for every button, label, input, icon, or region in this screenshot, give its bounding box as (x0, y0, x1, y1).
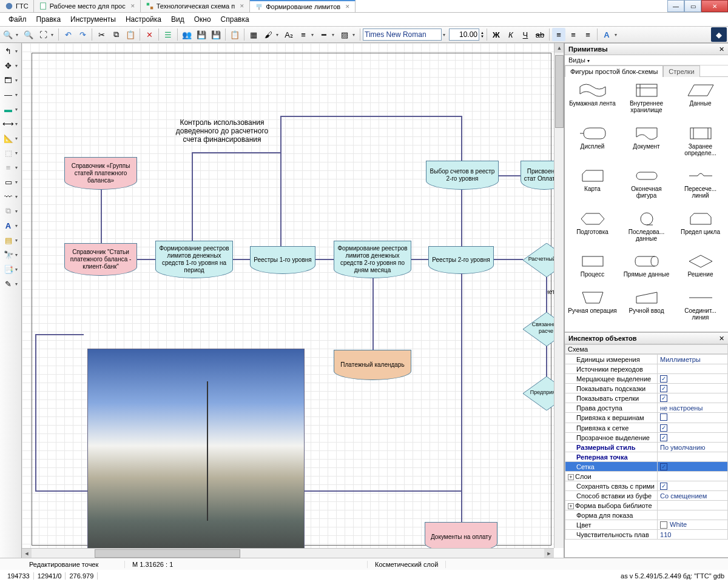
zoom-in-icon[interactable]: 🔍 (1, 28, 15, 41)
undo-icon[interactable]: ↶ (61, 28, 75, 41)
inspector-key[interactable]: Мерцающее выделение (565, 374, 658, 384)
dropdown-icon[interactable]: ▾ (15, 92, 20, 98)
dropdown-icon[interactable]: ▾ (15, 209, 20, 214)
inspector-value[interactable]: 110 (658, 530, 728, 540)
scroll-up-icon[interactable]: ▲ (554, 43, 564, 53)
shape-preparation[interactable]: Подготовка (566, 209, 619, 250)
dropdown-icon[interactable]: ▾ (15, 223, 20, 229)
copyshape-icon[interactable]: ⧉ (2, 204, 15, 218)
shape-crossing[interactable]: Пересече... линий (674, 166, 727, 207)
shape-display[interactable]: Дисплей (566, 124, 619, 164)
inspector-key[interactable]: Права доступа (565, 403, 658, 413)
inspector-key[interactable]: Сетка (565, 462, 658, 472)
inspector-value[interactable]: White (658, 520, 728, 530)
menu-window[interactable]: Окно (189, 14, 216, 25)
shape-manual-op[interactable]: Ручная операция (566, 288, 619, 329)
inspector-value[interactable]: По умолчанию (658, 443, 728, 452)
strike-icon[interactable]: ab (533, 28, 547, 41)
shape-sequential[interactable]: Последова... данные (620, 209, 673, 250)
inspector-key[interactable]: Привязка к вершинам (565, 413, 658, 423)
embedded-image[interactable] (87, 349, 305, 558)
inspector-key[interactable]: Цвет (565, 520, 658, 530)
clipboard-icon[interactable]: 📋 (228, 28, 241, 41)
shape-ref-groups[interactable]: Справочник «Группы статей платежного бал… (64, 157, 137, 190)
logo-icon[interactable]: ◆ (711, 27, 727, 42)
layers-icon[interactable]: ▤ (2, 233, 15, 247)
shape-form-2lvl[interactable]: Формирование реестров лимитов денежных с… (334, 241, 411, 278)
close-icon[interactable]: ✕ (240, 3, 244, 9)
shape-internal-storage[interactable]: Внутреннее хранилище (620, 81, 673, 121)
diagram-canvas[interactable]: Контроль использования доведенного до ра… (22, 43, 554, 548)
save-icon[interactable]: 💾 (195, 28, 208, 41)
dropdown-icon[interactable]: ▾ (15, 281, 20, 287)
inspector-value[interactable] (658, 510, 728, 520)
inspector-value[interactable]: Со смещением (658, 491, 728, 501)
inspector-value[interactable]: не настроены (658, 403, 728, 413)
shape-connector-line[interactable]: Соединит... линия (674, 288, 727, 329)
machine-icon[interactable]: 🗔 (2, 73, 15, 87)
shape-tape[interactable]: Бумажная лента (566, 81, 619, 121)
inspector-key[interactable]: Показывать стрелки (565, 393, 658, 403)
dropdown-icon[interactable]: ▾ (15, 121, 20, 127)
inspector-key[interactable]: Размерный стиль (565, 443, 658, 452)
dropdown-icon[interactable]: ▾ (15, 48, 20, 54)
green-icon[interactable]: ▬ (2, 102, 15, 116)
dropdown-icon[interactable]: ▾ (15, 78, 20, 83)
inspector-key[interactable]: Прозрачное выделение (565, 433, 658, 443)
inspector-key[interactable]: Чувствительность плав (565, 530, 658, 540)
close-icon[interactable]: ✕ (719, 45, 724, 53)
binoculars-icon[interactable]: 🔭 (2, 248, 15, 261)
dropdown-icon[interactable]: ▾ (276, 32, 281, 38)
inspector-value[interactable] (658, 462, 728, 472)
shape-document[interactable]: Документ (620, 124, 673, 164)
inspector-value[interactable] (658, 481, 728, 491)
pointer-icon[interactable]: ↰ (2, 44, 15, 58)
tab-limits[interactable]: Формирование лимитов✕ (250, 0, 356, 12)
italic-icon[interactable]: К (504, 28, 517, 41)
inspector-key[interactable]: Реперная точка (565, 452, 658, 462)
shape-predefined[interactable]: Заранее определе... (674, 124, 727, 164)
dropdown-icon[interactable]: ▾ (15, 194, 20, 199)
inspector-value[interactable] (658, 393, 728, 403)
shape-data[interactable]: Данные (674, 81, 727, 121)
shape-card[interactable]: Карта (566, 166, 619, 207)
dimension-icon[interactable]: ⟷ (2, 117, 15, 130)
shape-reg-1lvl[interactable]: Реестры 1-го уровня (250, 246, 315, 274)
inspector-key[interactable]: Единицы измерения (565, 355, 658, 364)
dropdown-icon[interactable]: ▾ (332, 32, 337, 38)
inspector-root[interactable]: Схема (565, 344, 728, 354)
dropdown-icon[interactable]: ▾ (15, 179, 20, 185)
inspector-value[interactable] (658, 413, 728, 423)
cut-icon[interactable]: ✂ (95, 28, 108, 41)
align-icon[interactable]: ≡ (2, 161, 15, 174)
shape-direct-data[interactable]: Прямые данные (620, 252, 673, 286)
tab-flowshapes[interactable]: Фигуры простой блок-схемы (565, 65, 663, 77)
dropdown-icon[interactable]: ▾ (51, 32, 56, 38)
fit-icon[interactable]: ⛶ (36, 28, 50, 41)
spinner-down[interactable]: ▼ (480, 35, 484, 38)
dropdown-icon[interactable]: ▾ (15, 238, 20, 243)
shape-ref-articles[interactable]: Справочник "Статьи платежного баланса - … (64, 243, 137, 276)
snap-icon[interactable]: ⬚ (2, 146, 15, 159)
window-close[interactable]: ✕ (701, 0, 728, 12)
scroll-thumb[interactable] (95, 549, 240, 558)
scroll-left-icon[interactable]: ◄ (22, 549, 32, 558)
grid-icon[interactable]: ▦ (247, 28, 260, 41)
dropdown-icon[interactable]: ▾ (15, 267, 20, 272)
hatching-icon[interactable]: ▨ (338, 28, 351, 41)
tab-workspace[interactable]: Рабочее место для прос✕ (34, 0, 141, 12)
inspector-value[interactable] (658, 452, 728, 462)
align-right-icon[interactable]: ≡ (581, 28, 595, 41)
horizontal-scrollbar[interactable]: ◄ ► (22, 548, 554, 558)
polyline-icon[interactable]: 〰 (2, 190, 15, 203)
rect-icon[interactable]: ▭ (2, 175, 15, 189)
inspector-key[interactable]: Сохранять связь с прими (565, 481, 658, 491)
dropdown-icon[interactable]: ▾ (15, 107, 20, 112)
shape-select-accounts[interactable]: Выбор счетов в реестр 2-го уровня (426, 161, 499, 190)
inspector-grid[interactable]: Единицы измеренияМиллиметрыИсточники пер… (565, 354, 728, 557)
dropdown-icon[interactable]: ▾ (15, 150, 20, 156)
list-icon[interactable]: ☰ (161, 28, 175, 41)
shape-decision[interactable]: Решение (674, 252, 727, 286)
lineweight-icon[interactable]: ━ (317, 28, 331, 41)
shape-terminal[interactable]: Оконечная фигура (620, 166, 673, 207)
